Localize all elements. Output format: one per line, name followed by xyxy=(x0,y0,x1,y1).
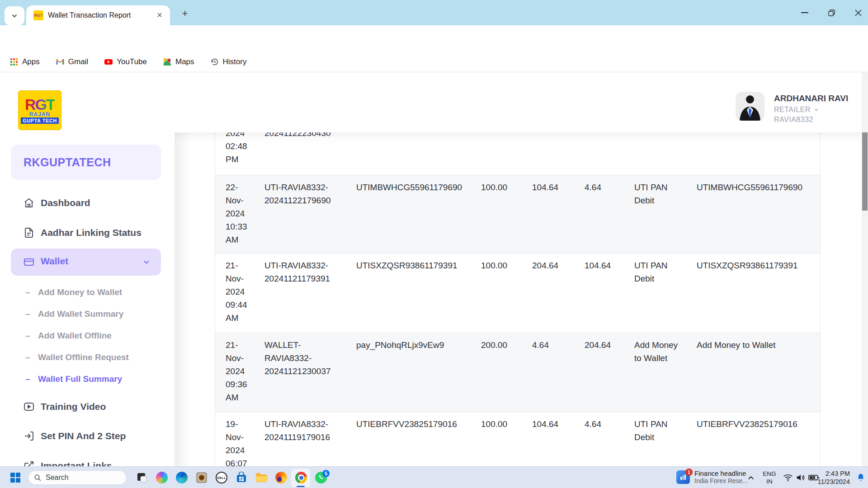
cell-transaction-id: pay_PNohqRLjx9vEw9 xyxy=(356,338,478,352)
gmail-icon xyxy=(56,58,64,66)
sidebar-item-aadhar-linking-status[interactable]: Aadhar Linking Status xyxy=(0,221,175,245)
taskbar-app-snip[interactable] xyxy=(135,470,149,485)
speaker-icon[interactable] xyxy=(796,473,806,483)
whatsapp-icon: 5 xyxy=(315,472,327,483)
cell-balance: 204.64 xyxy=(532,259,582,272)
taskbar-app-media[interactable] xyxy=(194,470,209,485)
chevron-down-icon xyxy=(10,12,19,20)
cell-reference: UTI-RAVIA8332-20241119179016 xyxy=(264,418,355,444)
taskbar-app-edge[interactable] xyxy=(175,470,189,485)
widgets-badge: 1 xyxy=(685,469,693,476)
browser-tab[interactable]: RGT Wallet Transaction Report ✕ xyxy=(26,5,170,25)
table-row: 22-Nov-202410:33AM UTI-RAVIA8332-2024112… xyxy=(215,175,820,253)
tray-chevron-up-icon[interactable] xyxy=(747,474,755,482)
sidebar-item-wallet[interactable]: Wallet xyxy=(11,249,161,276)
search-input[interactable] xyxy=(46,474,113,482)
bookmark-history[interactable]: History xyxy=(211,57,247,66)
cell-transaction-id: UTIMBWHCG55961179690 xyxy=(356,181,478,194)
table-row: 21-Nov-202409:44AM UTI-RAVIA8332-2024112… xyxy=(215,253,820,333)
start-button[interactable] xyxy=(10,472,21,483)
taskbar-app-store[interactable] xyxy=(234,470,249,485)
page-viewport: RGT RAJAN GUPTA TECH RKGUPTATECH Dashboa… xyxy=(0,72,868,466)
cell-balance-2: 104.64 xyxy=(585,259,632,272)
cell-type: UTI PANDebit xyxy=(634,259,693,285)
taskbar-app-firefox[interactable] xyxy=(274,470,288,485)
wifi-icon[interactable] xyxy=(783,473,793,483)
cell-remark: Add Money to Wallet xyxy=(697,338,816,352)
cell-amount: 200.00 xyxy=(481,338,531,352)
notification-bell-icon[interactable] xyxy=(856,473,865,482)
bookmark-gmail[interactable]: Gmail xyxy=(56,57,88,66)
cell-transaction-id: UTISXZQSR93861179391 xyxy=(356,259,478,272)
sidebar-item-add-wallet-offline[interactable]: –Add Wallet Offline xyxy=(0,331,175,343)
copilot-icon xyxy=(156,472,168,483)
cell-date: 202402:48PM xyxy=(226,127,262,166)
window-minimize-button[interactable] xyxy=(801,12,808,13)
user-role[interactable]: RETAILER xyxy=(774,106,820,114)
rgt-logo[interactable]: RGT RAJAN GUPTA TECH xyxy=(18,90,61,130)
cell-remark: UTIMBWHCG55961179690 xyxy=(697,181,816,194)
table-row: 202402:48PM 20241122230430 xyxy=(215,127,820,175)
history-clock-icon xyxy=(211,58,219,66)
user-name: ARDHANARI RAVI xyxy=(774,94,848,103)
taskbar-app-copilot[interactable] xyxy=(155,470,169,485)
cell-amount: 100.00 xyxy=(481,259,531,272)
chevron-down-icon xyxy=(142,258,151,267)
user-account-id: RAVIA8332 xyxy=(774,116,813,124)
cell-amount: 100.00 xyxy=(481,418,531,431)
widgets-icon: 1 xyxy=(676,470,690,484)
chrome-icon xyxy=(295,472,307,483)
taskbar-app-chrome[interactable] xyxy=(294,470,308,485)
taskbar-search[interactable] xyxy=(28,470,127,485)
bookmark-maps[interactable]: Maps xyxy=(163,57,194,66)
transaction-table: 202402:48PM 20241122230430 22-Nov-202410… xyxy=(215,127,821,466)
taskbar-widgets[interactable]: 1 Finance headline India Forex Rese... xyxy=(676,469,752,484)
sidebar-item-wallet-full-summary[interactable]: –Wallet Full Summary xyxy=(0,374,175,386)
cell-reference: UTI-RAVIA8332-20241121179391 xyxy=(264,259,355,285)
window-close-button[interactable] xyxy=(855,9,862,16)
sidebar-item-wallet-offline-request[interactable]: –Wallet Offline Request xyxy=(0,352,175,364)
sidebar-item-add-wallet-summary[interactable]: –Add Wallet Summary xyxy=(0,309,175,321)
bookmark-youtube[interactable]: YouTube xyxy=(104,57,147,66)
taskbar-app-dell[interactable]: DELL xyxy=(214,470,229,485)
page-scrollbar[interactable] xyxy=(862,72,868,466)
new-tab-button[interactable]: + xyxy=(179,8,191,20)
sidebar-item-dashboard[interactable]: Dashboard xyxy=(0,191,175,215)
maps-icon xyxy=(163,58,171,66)
sidebar-item-add-money-to-wallet[interactable]: –Add Money to Wallet xyxy=(0,287,175,299)
tab-search-button[interactable] xyxy=(5,6,24,25)
sidebar-item-set-pin-2step[interactable]: Set PIN And 2 Step xyxy=(0,424,175,448)
cell-amount: 100.00 xyxy=(481,181,531,194)
scrollbar-thumb[interactable] xyxy=(862,132,868,211)
tab-close-icon[interactable]: ✕ xyxy=(156,11,164,19)
tray-clock[interactable]: 2:43 PM 11/23/2024 xyxy=(812,469,850,486)
taskbar-app-file-explorer[interactable] xyxy=(254,470,269,485)
cell-date: 19-Nov-202406:07 xyxy=(226,418,262,466)
edge-icon xyxy=(176,472,188,483)
bookmarks-bar: Apps Gmail YouTube Maps History xyxy=(0,52,868,72)
table-row: 19-Nov-202406:07 UTI-RAVIA8332-202411191… xyxy=(215,412,820,466)
cell-balance-2: 4.64 xyxy=(585,181,632,194)
bookmark-apps[interactable]: Apps xyxy=(10,57,40,66)
wallet-card-icon xyxy=(24,257,34,267)
cell-balance: 104.64 xyxy=(532,418,582,431)
login-icon xyxy=(24,431,34,441)
cell-balance: 4.64 xyxy=(532,338,582,352)
taskbar-app-whatsapp[interactable]: 5 xyxy=(314,470,328,485)
home-icon xyxy=(24,197,34,208)
tray-language[interactable]: ENG IN xyxy=(761,470,778,485)
cell-reference: UTI-RAVIA8332-20241122179690 xyxy=(264,181,355,207)
dell-icon: DELL xyxy=(216,472,227,483)
cell-balance: 104.64 xyxy=(532,181,582,194)
windows-logo-icon xyxy=(10,472,21,483)
cell-date: 21-Nov-202409:36AM xyxy=(226,338,262,404)
window-restore-button[interactable] xyxy=(828,9,835,16)
sidebar-item-training-video[interactable]: Training Video xyxy=(0,394,175,419)
browser-titlebar: RGT Wallet Transaction Report ✕ + xyxy=(0,0,868,25)
desktop-screen: RGT Wallet Transaction Report ✕ + rknsdl… xyxy=(0,0,868,488)
user-avatar[interactable] xyxy=(736,92,764,121)
sidebar-shadow xyxy=(175,132,190,466)
cell-date: 22-Nov-202410:33AM xyxy=(226,181,262,246)
sidebar-item-important-links[interactable]: Important Links xyxy=(0,454,175,466)
firefox-icon xyxy=(275,472,287,483)
